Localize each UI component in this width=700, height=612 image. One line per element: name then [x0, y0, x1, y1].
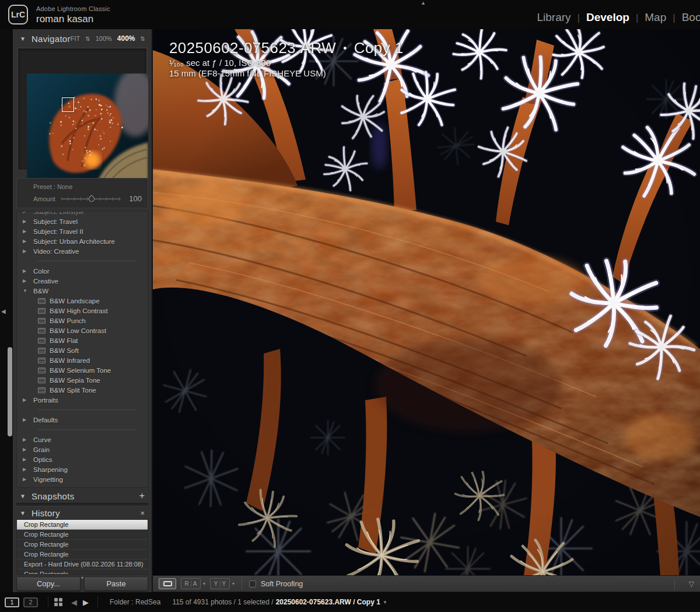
copy-button[interactable]: Copy... — [16, 578, 80, 591]
preset-item[interactable]: B&W High Contrast — [17, 306, 148, 316]
chevron-right-icon[interactable]: ▶ — [23, 397, 29, 403]
identity-plate: roman kasan — [36, 13, 93, 25]
filmstrip-source-caret-icon[interactable]: ▾ — [384, 599, 387, 605]
grid-view-icon[interactable] — [54, 598, 62, 606]
preset-group[interactable]: ▶Subject: Lifestyle — [17, 211, 148, 216]
amount-value: 100 — [127, 194, 142, 203]
preset-name-label: Preset : None — [33, 183, 142, 190]
preset-group[interactable]: ▶Color — [17, 266, 148, 276]
previous-photo-icon[interactable]: ◀ — [71, 598, 77, 607]
chevron-right-icon[interactable]: ▶ — [23, 477, 29, 482]
navigator-zoom-rect[interactable] — [62, 97, 74, 112]
chevron-right-icon[interactable]: ▶ — [23, 417, 29, 422]
navigator-preview[interactable] — [27, 74, 148, 184]
chevron-right-icon[interactable]: ▶ — [23, 229, 29, 234]
preset-group[interactable]: ▶Creative — [17, 276, 148, 286]
develop-toolbar: RA ▾ YY ▾ Soft Proofing ▽ — [153, 575, 700, 592]
preset-label: Sharpening — [33, 466, 68, 473]
navigator-header[interactable]: ▼ Navigator FIT ⇅ 100% 400% ⇅ — [13, 29, 152, 48]
module-book[interactable]: Book — [682, 11, 700, 24]
history-step[interactable]: Crop Rectangle — [17, 520, 148, 530]
chevron-right-icon[interactable]: ▶ — [23, 467, 29, 472]
toolbar-options-chevron-icon[interactable]: ▽ — [689, 580, 694, 588]
preset-item[interactable]: B&W Selenium Tone — [17, 365, 148, 375]
preset-group[interactable]: ▶Defaults — [17, 415, 148, 425]
preset-preview-icon — [38, 338, 46, 344]
collapse-top-panel-icon[interactable]: ▲ — [421, 0, 426, 6]
amount-slider[interactable] — [61, 195, 121, 203]
preset-item[interactable]: B&W Sepia Tone — [17, 375, 148, 385]
chevron-right-icon[interactable]: ▶ — [23, 457, 29, 462]
zoom-stepper-icon[interactable]: ⇅ — [141, 36, 145, 42]
preset-item[interactable]: B&W Split Tone — [17, 385, 148, 395]
preset-group[interactable]: ▶Subject: Travel — [17, 216, 148, 226]
history-step[interactable]: Crop Rectangle — [17, 530, 148, 540]
collapse-left-panel-icon[interactable]: ◀ — [1, 308, 6, 314]
before-after-caret-icon[interactable]: ▾ — [232, 581, 235, 586]
history-step[interactable]: Export - Hard Drive (08.02.2026 11:28:08… — [17, 559, 148, 569]
module-develop[interactable]: Develop — [586, 11, 629, 24]
history-step[interactable]: Crop Rectangle — [17, 569, 148, 575]
slider-thumb[interactable] — [88, 194, 96, 202]
preset-group[interactable]: ▶Video: Creative — [17, 246, 148, 256]
module-library[interactable]: Library — [537, 11, 570, 24]
before-after-button[interactable]: YY — [210, 578, 230, 589]
soft-proofing-checkbox[interactable] — [249, 580, 256, 587]
left-panel-scrollbar[interactable] — [8, 347, 12, 436]
preset-group[interactable]: ▶Vignetting — [17, 474, 148, 484]
module-map[interactable]: Map — [645, 11, 666, 24]
preset-label: Optics — [33, 456, 52, 463]
preset-amount-panel: Preset : None Amount 100 — [16, 178, 148, 208]
photo-viewport: 20250602-075623.ARW•Copy 1 ¹⁄₁₀₀ sec at … — [153, 29, 700, 575]
chevron-right-icon[interactable]: ▶ — [23, 437, 29, 442]
chevron-down-icon: ▼ — [20, 493, 26, 499]
preset-item[interactable]: B&W Soft — [17, 345, 148, 355]
chevron-right-icon[interactable]: ▶ — [23, 249, 29, 254]
add-snapshot-button[interactable]: + — [139, 491, 145, 501]
zoom-fit-button[interactable]: FIT — [71, 35, 80, 42]
preset-group[interactable]: ▶Sharpening — [17, 464, 148, 474]
chevron-right-icon[interactable]: ▶ — [23, 219, 29, 224]
preset-label: Creative — [33, 278, 58, 285]
preset-item[interactable]: B&W Flat — [17, 335, 148, 345]
preset-group[interactable]: ▶Subject: Travel II — [17, 226, 148, 236]
clear-history-button[interactable]: × — [140, 509, 145, 517]
zoom-100-button[interactable]: 100% — [96, 35, 112, 42]
overlay-exposure: ¹⁄₁₀₀ sec at ƒ / 10, ISO 800 — [169, 58, 404, 69]
preset-item[interactable]: B&W Infrared — [17, 355, 148, 365]
chevron-right-icon[interactable]: ▶ — [23, 211, 29, 214]
history-list: Crop RectangleCrop RectangleCrop Rectang… — [16, 519, 148, 575]
compare-view-button[interactable]: RA — [181, 578, 201, 589]
preset-group[interactable]: ▼B&W — [17, 286, 148, 296]
loupe-view-button[interactable] — [159, 578, 176, 589]
chevron-right-icon[interactable]: ▶ — [23, 278, 29, 284]
preset-label: Subject: Travel II — [33, 228, 83, 235]
compare-caret-icon[interactable]: ▾ — [203, 581, 205, 586]
zoom-400-button[interactable]: 400% — [117, 34, 135, 43]
chevron-right-icon[interactable]: ▶ — [23, 447, 29, 452]
preset-group[interactable]: ▶Curve — [17, 435, 148, 445]
preset-item[interactable]: B&W Landscape — [17, 296, 148, 306]
preset-group[interactable]: ▶Grain — [17, 445, 148, 454]
history-step[interactable]: Crop Rectangle — [17, 550, 148, 559]
preset-preview-icon — [38, 308, 46, 314]
zoom-fit-stepper-icon[interactable]: ⇅ — [85, 36, 90, 42]
preset-item[interactable]: B&W Punch — [17, 316, 148, 326]
history-header[interactable]: ▼ History × — [13, 506, 152, 519]
preset-label: B&W High Contrast — [50, 307, 108, 314]
photo-canvas[interactable] — [153, 29, 700, 575]
chevron-right-icon[interactable]: ▶ — [23, 268, 29, 274]
preset-group[interactable]: ▶Portraits — [17, 395, 148, 405]
preset-group[interactable]: ▶Optics — [17, 454, 148, 464]
main-window-button[interactable]: 1 — [5, 597, 19, 607]
second-window-button[interactable]: 2 — [23, 597, 38, 607]
preset-item[interactable]: B&W Low Contrast — [17, 326, 148, 335]
paste-button[interactable]: Paste — [84, 578, 148, 591]
history-step[interactable]: Crop Rectangle — [17, 540, 148, 550]
next-photo-icon[interactable]: ▶ — [83, 598, 89, 607]
chevron-right-icon[interactable]: ▶ — [23, 239, 29, 244]
preset-label: Curve — [33, 436, 51, 443]
snapshots-header[interactable]: ▼ Snapshots + — [13, 489, 152, 503]
chevron-down-icon[interactable]: ▼ — [23, 288, 29, 293]
preset-group[interactable]: ▶Subject: Urban Architecture — [17, 236, 148, 246]
